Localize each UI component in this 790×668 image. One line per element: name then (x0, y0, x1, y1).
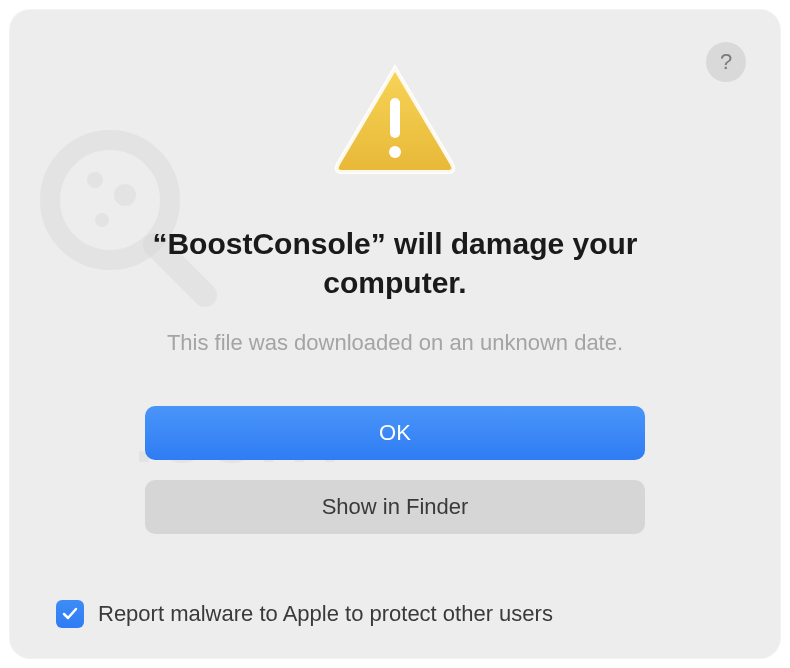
svg-rect-5 (390, 98, 400, 138)
show-in-finder-button[interactable]: Show in Finder (145, 480, 645, 534)
ok-button[interactable]: OK (145, 406, 645, 460)
svg-point-6 (389, 146, 401, 158)
ok-button-label: OK (379, 420, 411, 446)
report-malware-row: Report malware to Apple to protect other… (56, 600, 553, 628)
warning-icon (330, 60, 460, 184)
report-malware-label: Report malware to Apple to protect other… (98, 601, 553, 627)
dialog-title: “BoostConsole” will damage your computer… (115, 224, 675, 302)
report-malware-checkbox[interactable] (56, 600, 84, 628)
alert-dialog: .com ? “BoostConsole” will damage your c… (10, 10, 780, 658)
checkmark-icon (61, 605, 79, 623)
dialog-subtitle: This file was downloaded on an unknown d… (167, 330, 623, 356)
show-in-finder-label: Show in Finder (322, 494, 469, 520)
